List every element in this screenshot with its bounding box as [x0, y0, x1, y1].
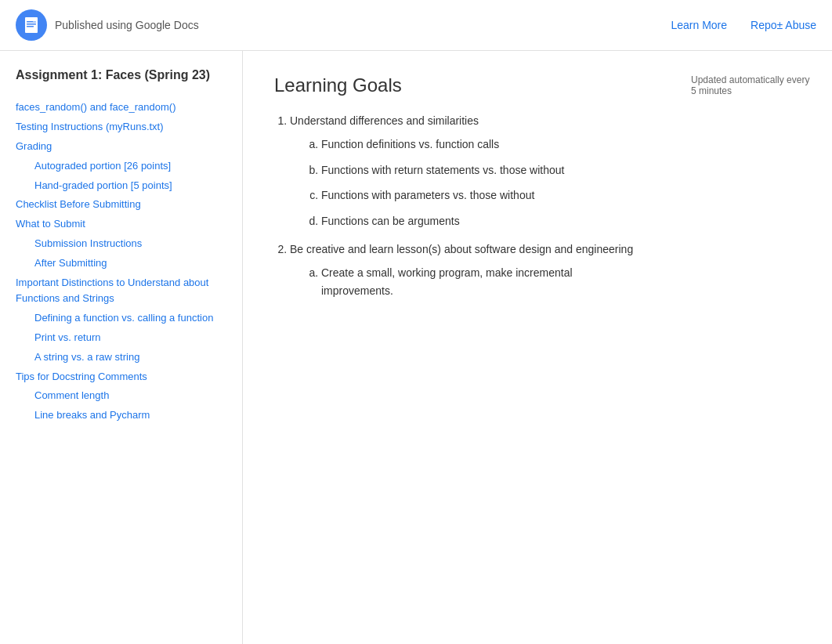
toc-link-grading[interactable]: Grading: [16, 139, 226, 155]
toc-link-after-submitting[interactable]: After Submitting: [34, 255, 226, 272]
updated-text: Updated automatically every 5 minutes: [691, 74, 816, 96]
learn-more-link[interactable]: Learn More: [671, 19, 727, 31]
toc-link-submission-instructions[interactable]: Submission Instructions: [34, 236, 226, 252]
toc-link-string-raw[interactable]: A string vs. a raw string: [34, 349, 226, 366]
sub-list-item: Create a small, working program, make in…: [321, 264, 644, 299]
header-left: Published using Google Docs: [16, 9, 671, 41]
toc-item: Checklist Before Submitting: [16, 197, 226, 213]
toc-item: Testing Instructions (myRuns.txt): [16, 119, 226, 136]
toc-link-important-distinctions[interactable]: Important Distinctions to Understand abo…: [16, 275, 226, 308]
toc-item: Grading: [16, 139, 226, 155]
toc-item-indent: Defining a function vs. calling a functi…: [16, 310, 226, 327]
svg-rect-2: [27, 24, 36, 25]
sub-list: Function definitions vs. function calls …: [290, 136, 644, 230]
toc-link-testing[interactable]: Testing Instructions (myRuns.txt): [16, 119, 226, 136]
published-label: Published using Google Docs: [55, 19, 199, 31]
sub-list-item: Functions can be arguments: [321, 212, 644, 230]
toc-link-hand-graded[interactable]: Hand-graded portion [5 points]: [34, 178, 226, 194]
content-main: Learning Goals Understand differences an…: [274, 74, 644, 299]
svg-rect-3: [27, 26, 34, 27]
toc-item-indent: A string vs. a raw string: [16, 349, 226, 366]
toc-item-indent: Submission Instructions: [16, 236, 226, 252]
toc-link-line-breaks[interactable]: Line breaks and Pycharm: [34, 407, 226, 424]
toc-item-indent: Autograded portion [26 points]: [16, 158, 226, 175]
sub-list: Create a small, working program, make in…: [290, 264, 644, 299]
toc-item: What to Submit: [16, 216, 226, 233]
learning-goals-list: Understand differences and similarities …: [274, 112, 644, 299]
toc-link-print-return[interactable]: Print vs. return: [34, 330, 226, 346]
toc-link-autograded[interactable]: Autograded portion [26 points]: [34, 158, 226, 175]
sub-list-item: Functions with return statements vs. tho…: [321, 161, 644, 179]
toc-item: Tips for Docstring Comments: [16, 369, 226, 385]
main-container: Assignment 1: Faces (Spring 23) faces_ra…: [0, 51, 832, 644]
section-title: Learning Goals: [274, 74, 644, 96]
toc-item-indent: Print vs. return: [16, 330, 226, 346]
sub-list-item: Functions with parameters vs. those with…: [321, 186, 644, 204]
right-sidebar: Updated automatically every 5 minutes: [675, 51, 832, 644]
list-item-text: Understand differences and similarities: [290, 114, 479, 127]
toc-item-indent: After Submitting: [16, 255, 226, 272]
toc-link-faces-random[interactable]: faces_random() and face_random(): [16, 99, 226, 116]
sub-list-item: Function definitions vs. function calls: [321, 136, 644, 153]
toc-link-checklist[interactable]: Checklist Before Submitting: [16, 197, 226, 213]
toc-item-indent: Line breaks and Pycharm: [16, 407, 226, 424]
toc-link-comment-length[interactable]: Comment length: [34, 388, 226, 404]
sidebar: Assignment 1: Faces (Spring 23) faces_ra…: [0, 51, 243, 644]
doc-title: Assignment 1: Faces (Spring 23): [16, 67, 226, 84]
toc-link-what-to-submit[interactable]: What to Submit: [16, 216, 226, 233]
toc-link-tips-docstring[interactable]: Tips for Docstring Comments: [16, 369, 226, 385]
header-right: Learn More Repo± Abuse: [671, 19, 816, 31]
toc-link-defining-function[interactable]: Defining a function vs. calling a functi…: [34, 310, 226, 327]
list-item: Be creative and learn lesson(s) about so…: [290, 241, 644, 299]
header: Published using Google Docs Learn More R…: [0, 0, 832, 51]
toc-item: Important Distinctions to Understand abo…: [16, 275, 226, 308]
list-item-text: Be creative and learn lesson(s) about so…: [290, 243, 633, 255]
toc-item-indent: Comment length: [16, 388, 226, 404]
toc-item: faces_random() and face_random(): [16, 99, 226, 116]
content-area: Learning Goals Understand differences an…: [243, 51, 675, 644]
toc-item-indent: Hand-graded portion [5 points]: [16, 178, 226, 194]
toc: faces_random() and face_random() Testing…: [16, 99, 226, 424]
repo-abuse-link[interactable]: Repo± Abuse: [751, 19, 816, 31]
google-docs-icon: [16, 9, 47, 41]
list-item: Understand differences and similarities …: [290, 112, 644, 230]
